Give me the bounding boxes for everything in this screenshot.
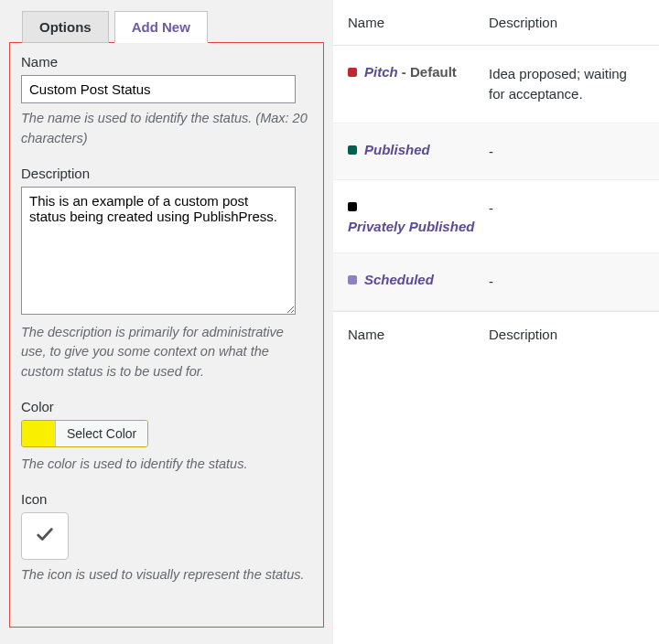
description-input[interactable] bbox=[21, 187, 296, 315]
table-header-name: Name bbox=[348, 15, 489, 30]
color-swatch[interactable] bbox=[22, 421, 55, 446]
name-hint: The name is used to identify the status.… bbox=[21, 109, 312, 149]
table-footer-name: Name bbox=[348, 327, 489, 342]
table-row: Published - bbox=[333, 123, 659, 181]
select-color-button[interactable]: Select Color bbox=[55, 421, 147, 446]
status-color-dot bbox=[348, 275, 357, 284]
status-table: Name Description Pitch - Default Idea pr… bbox=[333, 0, 659, 644]
table-header-description: Description bbox=[489, 15, 644, 30]
name-label: Name bbox=[21, 54, 312, 70]
icon-picker[interactable] bbox=[21, 512, 69, 560]
table-row: Scheduled - bbox=[333, 253, 659, 311]
status-name-link[interactable]: Published bbox=[364, 142, 430, 157]
tab-options[interactable]: Options bbox=[22, 11, 109, 43]
color-label: Color bbox=[21, 399, 312, 414]
status-description: - bbox=[489, 199, 644, 219]
color-hint: The color is used to identify the status… bbox=[21, 455, 312, 475]
description-label: Description bbox=[21, 166, 312, 181]
status-default-badge: - Default bbox=[398, 64, 457, 80]
status-name-link[interactable]: Pitch bbox=[364, 64, 398, 80]
status-name-link[interactable]: Privately Published bbox=[348, 219, 474, 234]
add-new-form: Name The name is used to identify the st… bbox=[9, 42, 324, 628]
status-description: - bbox=[489, 272, 644, 292]
icon-label: Icon bbox=[21, 491, 312, 507]
table-footer-description: Description bbox=[489, 327, 644, 342]
check-icon bbox=[35, 524, 55, 547]
status-description: - bbox=[489, 142, 644, 162]
status-color-dot bbox=[348, 145, 357, 155]
status-name-link[interactable]: Scheduled bbox=[364, 272, 434, 287]
table-row: Privately Published - bbox=[333, 180, 659, 253]
name-input[interactable] bbox=[21, 75, 296, 103]
table-row: Pitch - Default Idea proposed; waiting f… bbox=[333, 46, 659, 123]
status-description: Idea proposed; waiting for acceptance. bbox=[489, 64, 644, 104]
status-color-dot bbox=[348, 68, 357, 77]
status-color-dot bbox=[348, 202, 357, 211]
tab-add-new[interactable]: Add New bbox=[114, 11, 208, 43]
icon-hint: The icon is used to visually represent t… bbox=[21, 565, 312, 585]
description-hint: The description is primarily for adminis… bbox=[21, 323, 312, 382]
